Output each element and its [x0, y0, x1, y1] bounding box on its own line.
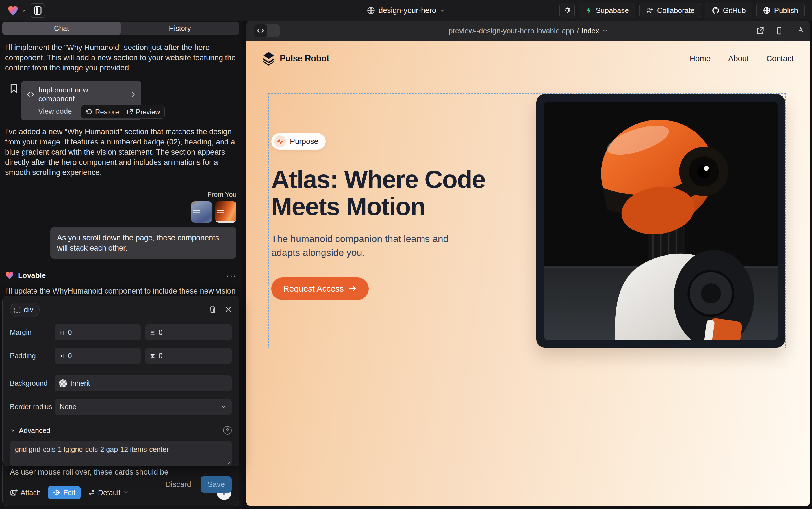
restore-button[interactable]: Restore [86, 108, 119, 116]
layers-logo-icon [262, 52, 275, 66]
site-header: Pulse Robot Home About Contact [246, 41, 810, 66]
settings-button[interactable] [559, 3, 575, 18]
delete-element-button[interactable] [209, 305, 216, 314]
attachment-thumbnail[interactable] [215, 201, 236, 223]
bookmark-icon[interactable] [10, 84, 18, 93]
code-view-toggle[interactable] [254, 24, 280, 37]
margin-vertical-icon [150, 330, 155, 336]
padding-x-input[interactable] [54, 348, 141, 364]
discard-button[interactable]: Discard [165, 480, 191, 489]
nav-link-contact[interactable]: Contact [767, 54, 794, 63]
hero-badge: Purpose [271, 133, 326, 149]
globe-icon [367, 6, 375, 15]
nav-link-about[interactable]: About [728, 54, 749, 63]
code-icon [27, 91, 34, 98]
element-inspector-panel: div Margin [2, 296, 239, 466]
publish-globe-icon [763, 6, 771, 14]
save-button[interactable]: Save [200, 476, 232, 493]
preview-viewport: Pulse Robot Home About Contact [246, 41, 810, 506]
project-switcher[interactable]: design-your-hero [367, 6, 445, 15]
mobile-view-icon[interactable] [775, 27, 783, 35]
advanced-classes-textarea[interactable]: grid grid-cols-1 lg:grid-cols-2 gap-12 i… [10, 441, 232, 466]
refresh-icon[interactable] [794, 27, 803, 35]
selected-hero-section[interactable]: Purpose Atlas: Where Code Meets Motion T… [268, 93, 786, 348]
preview-version-button[interactable]: Preview [126, 108, 160, 116]
padding-horizontal-icon [59, 353, 65, 359]
chevron-right-icon [130, 91, 136, 98]
sidebar-toggle-button[interactable] [31, 3, 45, 18]
border-radius-row: Border radius None [10, 399, 232, 415]
close-icon [225, 306, 232, 313]
chat-input[interactable]: As user mouse roll over, these cards sho… [10, 468, 231, 477]
margin-row: Margin [10, 324, 232, 340]
padding-row: Padding [10, 348, 232, 364]
nav-link-home[interactable]: Home [690, 54, 711, 63]
attachment-thumbnail[interactable] [191, 201, 212, 223]
background-input[interactable]: Inherit [54, 375, 232, 392]
help-icon[interactable]: ? [223, 426, 232, 435]
project-name: design-your-hero [379, 6, 436, 15]
element-outline-icon [14, 307, 20, 313]
advanced-section-header[interactable]: Advanced ? [10, 426, 232, 435]
preview-toolbar: preview--design-your-hero.lovable.app / … [246, 21, 810, 41]
github-icon [712, 6, 719, 14]
version-actions-bar: Restore Preview [81, 105, 165, 119]
hero-title: Atlas: Where Code Meets Motion [271, 166, 520, 220]
border-radius-select[interactable]: None [54, 399, 232, 415]
chat-sidebar: Chat History I'll implement the "Why Hum… [0, 21, 242, 509]
user-message-bubble: As you scroll down the page, these compo… [50, 227, 236, 259]
attachment-thumbnails [5, 201, 236, 223]
close-inspector-button[interactable] [225, 306, 232, 314]
app-top-bar: design-your-hero Supabase Collaborate [0, 0, 812, 21]
hero-copy: Purpose Atlas: Where Code Meets Motion T… [271, 133, 520, 308]
margin-x-input[interactable] [54, 324, 141, 340]
sidebar-panel-icon [34, 6, 41, 15]
assistant-message: I've added a new "Why Humanoid" section … [5, 127, 236, 178]
arrow-right-icon [348, 285, 357, 293]
github-button[interactable]: GitHub [705, 3, 752, 18]
code-icon [257, 28, 264, 34]
element-tag: div [24, 305, 34, 314]
supabase-button[interactable]: Supabase [579, 3, 635, 18]
preview-url-dropdown[interactable]: preview--design-your-hero.lovable.app / … [449, 27, 608, 35]
chevron-down-icon [440, 8, 445, 13]
gear-icon [563, 6, 571, 14]
chevron-down-icon [602, 28, 608, 34]
component-card-title: Implement new component [38, 86, 122, 103]
hero-badge-label: Purpose [290, 137, 319, 146]
background-row: Background Inherit [10, 375, 232, 392]
hero-subtitle: The humanoid companion that learns and a… [271, 232, 458, 260]
restore-icon [86, 109, 93, 115]
site-logo[interactable]: Pulse Robot [262, 52, 329, 66]
selected-element-chip[interactable]: div [10, 303, 40, 317]
margin-y-input[interactable] [145, 324, 232, 340]
lovable-logo-icon[interactable] [7, 5, 27, 16]
open-in-new-tab-icon[interactable] [756, 27, 764, 35]
from-you-label: From You [5, 191, 236, 199]
collaborate-button[interactable]: Collaborate [639, 3, 701, 18]
site-brand-name: Pulse Robot [280, 54, 329, 64]
preview-panel: preview--design-your-hero.lovable.app / … [246, 21, 810, 506]
site-nav: Home About Contact [690, 54, 793, 63]
add-user-icon [646, 6, 654, 14]
tab-history[interactable]: History [121, 22, 239, 35]
chevron-down-icon [10, 428, 15, 433]
trash-icon [209, 305, 216, 313]
padding-vertical-icon [150, 353, 155, 359]
chevron-down-icon [21, 8, 27, 13]
publish-button[interactable]: Publish [756, 3, 805, 18]
pulse-icon [276, 138, 284, 145]
assistant-header: Lovable ··· [5, 271, 236, 280]
padding-y-input[interactable] [145, 348, 232, 364]
message-menu-button[interactable]: ··· [226, 271, 236, 280]
chevron-down-icon [220, 404, 227, 410]
lovable-heart-icon [5, 271, 14, 280]
robot-image [544, 102, 778, 340]
sidebar-tabs: Chat History [2, 22, 239, 35]
tab-chat[interactable]: Chat [2, 22, 121, 35]
external-link-icon [126, 109, 133, 115]
transparency-swatch-icon [59, 379, 67, 387]
component-change-block: Implement new component View code Restor… [5, 81, 236, 110]
supabase-bolt-icon [585, 7, 592, 14]
request-access-button[interactable]: Request Access [271, 277, 369, 300]
